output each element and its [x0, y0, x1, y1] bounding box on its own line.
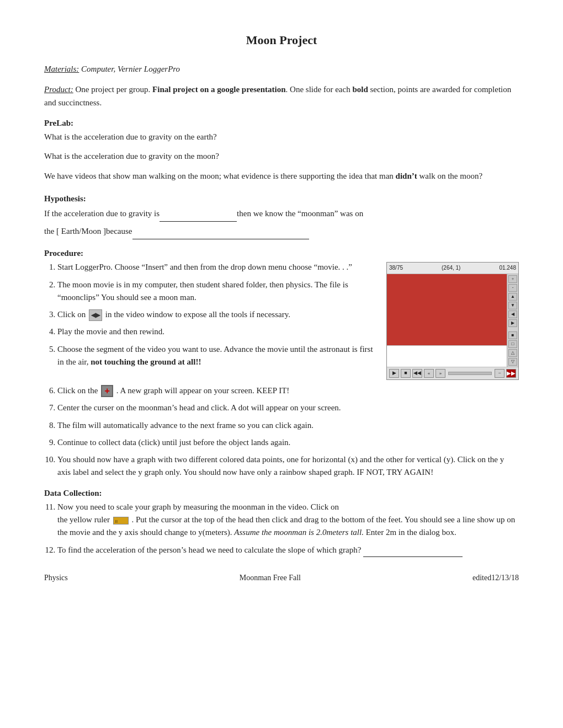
video-screen — [387, 274, 507, 346]
procedure-step-7: Center the curser on the moonman’s head … — [57, 402, 519, 414]
video-stat1: 38/75 — [389, 264, 403, 272]
step12-text1: To find the acceleration of the person’s… — [57, 545, 363, 554]
step11-text2: the yellow ruler . Put the cursor at the… — [57, 515, 515, 537]
procedure-content: Start LoggerPro. Choose “Insert” and the… — [44, 261, 519, 380]
data-step-11: Now you need to scale your graph by meas… — [57, 501, 519, 539]
step3-text2: in the video window to expose all the to… — [105, 310, 290, 319]
procedure-step-2: The moon movie is in my computer, then s… — [57, 279, 375, 304]
step6-text1: Click on the — [57, 386, 98, 395]
zoom-out-btn[interactable]: − — [495, 369, 504, 378]
materials-text: Computer, Vernier LoggerPro — [79, 65, 180, 73]
footer: Physics Moonman Free Fall edited12/13/18 — [44, 574, 519, 582]
side-btn-5[interactable]: ◀ — [508, 311, 517, 318]
stop-btn[interactable]: ■ — [401, 369, 411, 378]
ruler-icon — [113, 517, 129, 524]
prelab-q3-text1: We have videos that show man walking on … — [44, 172, 396, 180]
hypothesis-text3: the [ Earth/Moon ]because — [44, 227, 132, 235]
hypothesis-blank1 — [160, 206, 237, 222]
hypothesis-header: Hypothesis: — [44, 192, 519, 205]
footer-center: Moonman Free Fall — [240, 574, 301, 582]
procedure-step-1: Start LoggerPro. Choose “Insert” and the… — [57, 261, 375, 274]
product-text2: . One slide for each — [286, 85, 353, 94]
hypothesis-blank2 — [132, 224, 309, 239]
footer-right: edited12/13/18 — [472, 574, 519, 582]
step11-text1: Now you need to scale your graph by meas… — [57, 502, 339, 511]
prelab-q3: We have videos that show man walking on … — [44, 170, 519, 183]
zoom-in-btn[interactable]: ▶▶ — [506, 369, 516, 378]
prelab-q3-bold: didn’t — [396, 172, 417, 180]
step12-blank — [363, 544, 463, 557]
prelab-q2: What is the acceleration due to gravity … — [44, 150, 519, 163]
data-collection-header: Data Collection: — [44, 487, 519, 500]
prelab-header: PreLab: — [44, 117, 519, 130]
procedure-step-5: Choose the segment of the video you want… — [57, 343, 375, 369]
play-btn[interactable]: ▶ — [389, 369, 399, 378]
procedure-header: Procedure: — [44, 247, 519, 260]
side-btn-4[interactable]: ▼ — [508, 302, 517, 309]
prelab-q1: What is the acceleration due to gravity … — [44, 131, 519, 143]
page-title: Moon Project — [44, 33, 519, 47]
side-btn-10[interactable]: ▽ — [508, 358, 517, 366]
step11-yellow-ruler-text: the yellow ruler — [57, 515, 110, 524]
product-section: Product: One project per group. Final pr… — [44, 83, 519, 109]
data-collection-section: Data Collection: Now you need to scale y… — [44, 487, 519, 557]
procedure-section: Procedure: Start LoggerPro. Choose “Inse… — [44, 247, 519, 479]
procedure-step-10: You should now have a graph with two dif… — [57, 453, 519, 479]
prelab-q3-text2: walk on the moon? — [417, 172, 482, 180]
side-btn-8[interactable]: □ — [508, 340, 517, 348]
expose-tools-icon: ◀▶ — [89, 309, 102, 321]
product-text1: One project per group. — [73, 85, 152, 94]
side-btn-2[interactable]: - — [508, 284, 517, 292]
procedure-steps: Start LoggerPro. Choose “Insert” and the… — [44, 261, 375, 373]
video-controls: ▶ ■ ◀◀ « » − ▶▶ — [387, 367, 518, 379]
step6-text2: . A new graph will appear on your screen… — [116, 386, 290, 395]
video-side-buttons: + - ▲ ▼ ◀ ▶ ■ □ △ ▽ — [507, 274, 518, 367]
footer-left: Physics — [44, 574, 68, 582]
procedure-list: Start LoggerPro. Choose “Insert” and the… — [57, 261, 375, 368]
rewind-btn[interactable]: « — [424, 369, 434, 378]
hypothesis-text1: If the acceleration due to gravity is — [44, 209, 160, 218]
data-step-12: To find the acceleration of the person’s… — [57, 544, 519, 557]
step5-bold: not touching the ground at all!! — [91, 357, 201, 366]
product-label: Product: — [44, 85, 73, 94]
procedure-step-9: Continue to collect data (click) until j… — [57, 436, 519, 449]
hypothesis-section: Hypothesis: If the acceleration due to g… — [44, 192, 519, 239]
fwd-btn[interactable]: » — [435, 369, 445, 378]
product-bold1: Final project on a google presentation — [152, 85, 286, 94]
video-widget: 38/75 (264, 1) 01.248 + - ▲ ▼ ◀ ▶ ■ □ △ — [386, 262, 519, 380]
video-stat2: (264, 1) — [442, 264, 460, 272]
side-btn-9[interactable]: △ — [508, 349, 517, 357]
materials-section: Materials: Computer, Vernier LoggerPro — [44, 63, 519, 76]
step11-text4: Enter 2m in the dialog box. — [364, 528, 456, 537]
hypothesis-line2: the [ Earth/Moon ]because — [44, 224, 519, 239]
video-topbar: 38/75 (264, 1) 01.248 — [387, 263, 518, 274]
data-collection-list: Now you need to scale your graph by meas… — [57, 501, 519, 557]
procedure-step-8: The film will automatically advance to t… — [57, 419, 519, 432]
procedure-step-3: Click on ◀▶ in the video window to expos… — [57, 308, 375, 321]
materials-label: Materials: — [44, 65, 79, 73]
add-point-icon: + — [101, 385, 113, 397]
hypothesis-line1: If the acceleration due to gravity is th… — [44, 206, 519, 222]
procedure-list-2: Click on the + . A new graph will appear… — [57, 384, 519, 479]
video-stat3: 01.248 — [499, 264, 516, 272]
step11-italic: Assume the moonman is 2.0meters tall. — [234, 528, 364, 537]
hypothesis-text2: then we know the “moonman” was on — [237, 209, 363, 218]
product-bold2: bold — [352, 85, 368, 94]
side-btn-6[interactable]: ▶ — [508, 319, 517, 327]
side-btn-3[interactable]: ▲ — [508, 293, 517, 301]
side-btn-1[interactable]: + — [508, 275, 517, 283]
video-slider[interactable] — [448, 372, 492, 375]
prev-btn[interactable]: ◀◀ — [412, 369, 422, 378]
video-container: + - ▲ ▼ ◀ ▶ ■ □ △ ▽ — [387, 274, 518, 367]
video-main — [387, 274, 507, 367]
step3-text1: Click on — [57, 310, 86, 319]
procedure-step-4: Play the movie and then rewind. — [57, 325, 375, 338]
side-btn-7[interactable]: ■ — [508, 331, 517, 339]
procedure-step-6: Click on the + . A new graph will appear… — [57, 384, 519, 398]
prelab-section: PreLab: What is the acceleration due to … — [44, 117, 519, 183]
